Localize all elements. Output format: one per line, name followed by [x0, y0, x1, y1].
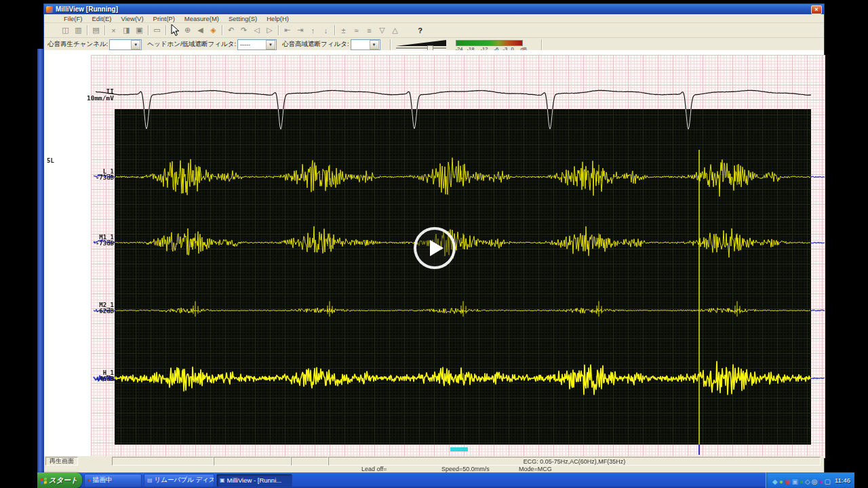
headphone-filter-select[interactable]: ----- ▼	[237, 39, 277, 50]
page-icon[interactable]: ▤	[90, 24, 102, 36]
tray-icon-5[interactable]: ●	[800, 478, 804, 485]
playback-channel-select[interactable]: ▼	[109, 39, 142, 50]
tray-icon-6[interactable]: ◇	[805, 478, 810, 485]
taskbar: スタート ●描画中▤リムーバブル ディスク (F:)▣MilliView - […	[37, 472, 854, 488]
headphone-filter-value: -----	[238, 41, 265, 48]
status-bar-lower: Lead off= Speed=50.0mm/s Mode=MCG	[44, 466, 824, 472]
toolbar-separator	[334, 25, 335, 35]
taskbar-clock: 11:46	[835, 476, 850, 484]
menu-item-2[interactable]: Edit(E)	[87, 15, 116, 22]
chevron-down-icon[interactable]: ▼	[131, 40, 140, 49]
tray-icon-4[interactable]: ▣	[791, 478, 797, 485]
menu-item-3[interactable]: View(V)	[117, 15, 149, 22]
volume-slider[interactable]	[395, 39, 449, 51]
waveform-canvas[interactable]	[91, 55, 825, 458]
taskbar-item-icon: ▣	[220, 477, 225, 483]
toolbar-separator	[87, 25, 87, 35]
tray-icon-2[interactable]: ●	[779, 478, 783, 485]
waveform-area: II 10mm/mV 5L L_1-73dBM1_1-73dBM2_1-62dB…	[44, 50, 824, 456]
mouse-cursor	[171, 24, 180, 37]
db-gradient-bar	[456, 40, 523, 46]
grid-icon[interactable]: ≡	[363, 24, 376, 36]
speaker-icon[interactable]: ◀	[194, 24, 207, 36]
status-box	[214, 457, 291, 466]
measure-icon[interactable]: ±	[337, 24, 350, 36]
milliview-window: MilliView [Running] × File(F)Edit(E)View…	[43, 3, 825, 472]
window-titlebar[interactable]: MilliView [Running] ×	[44, 4, 824, 14]
open-icon[interactable]: ◫	[59, 24, 72, 36]
up-icon[interactable]: ↑	[307, 24, 319, 36]
status-bar-upper: 再生画面 ECG: 0.05-75Hz,AC(60Hz),MF(35Hz)	[44, 456, 824, 466]
highcut-filter-label: 心音高域遮断フィルタ:	[282, 40, 349, 49]
status-ecg-box: ECG: 0.05-75Hz,AC(60Hz),MF(35Hz)	[328, 457, 821, 466]
system-tray: ◆●◉▣●◇◎●▢ 11:46	[766, 472, 854, 488]
copy-icon[interactable]: ◨	[120, 24, 133, 36]
taskbar-item-3[interactable]: ▣MilliView - [Runni...	[216, 474, 292, 487]
status-playback-box: 再生画面	[45, 457, 78, 466]
taskbar-items: ●描画中▤リムーバブル ディスク (F:)▣MilliView - [Runni…	[82, 474, 292, 487]
menu-bar: File(F)Edit(E)View(V)Print(P)Measure(M)S…	[44, 14, 824, 23]
db-meter: -24-18-12-6-30dB	[456, 39, 537, 51]
menu-item-1[interactable]: File(F)	[59, 15, 87, 22]
taskbar-item-label: MilliView - [Runni...	[227, 476, 282, 484]
divider	[541, 39, 542, 50]
ecg-settings-text: ECG: 0.05-75Hz,AC(60Hz),MF(35Hz)	[524, 458, 626, 465]
window-title: MilliView [Running]	[56, 5, 118, 13]
next-icon[interactable]: ▷	[263, 24, 276, 36]
tray-icon-8[interactable]: ●	[818, 478, 823, 485]
start-button[interactable]: スタート	[37, 472, 82, 488]
tray-icon-9[interactable]: ▢	[824, 478, 830, 485]
divider	[390, 39, 391, 50]
forward-icon[interactable]: ⇥	[294, 24, 307, 36]
tray-icon-7[interactable]: ◎	[812, 478, 818, 485]
desktop: MilliView [Running] × File(F)Edit(E)View…	[0, 0, 868, 488]
lead-off-text: Lead off=	[361, 466, 387, 472]
speed-text: Speed=50.0mm/s	[441, 466, 490, 472]
down-icon[interactable]: ↓	[319, 24, 332, 36]
print-icon[interactable]: ▭	[151, 24, 163, 36]
cut-icon[interactable]: ×	[107, 24, 120, 36]
toolbar-separator	[222, 25, 222, 35]
filter-bar: 心音再生チャンネル: ▼ ヘッドホン/低域遮断フィルタ: ----- ▼ 心音高…	[44, 38, 824, 52]
menu-item-6[interactable]: Setting(S)	[224, 15, 262, 22]
marker-icon[interactable]: ▽	[376, 24, 389, 36]
chevron-down-icon[interactable]: ▼	[370, 40, 379, 49]
taskbar-item-icon: ▤	[147, 477, 153, 483]
mute-icon[interactable]: ◈	[207, 24, 220, 36]
mode-text: Mode=MCG	[519, 466, 552, 472]
redo-icon[interactable]: ↷	[237, 24, 250, 36]
wave-icon[interactable]: ≈	[350, 24, 363, 36]
playback-channel-label: 心音再生チャンネル:	[47, 40, 108, 49]
taskbar-item-1[interactable]: ●描画中	[84, 474, 142, 487]
menu-item-5[interactable]: Measure(M)	[180, 15, 224, 22]
undo-icon[interactable]: ↶	[224, 24, 237, 36]
headphone-filter-label: ヘッドホン/低域遮断フィルタ:	[147, 40, 236, 49]
side-label: 5L	[47, 157, 54, 164]
playback-screen-label: 再生画面	[50, 457, 74, 466]
tray-icon-3[interactable]: ◉	[785, 478, 791, 485]
chevron-down-icon[interactable]: ▼	[266, 40, 275, 49]
close-button[interactable]: ×	[811, 5, 822, 14]
highcut-filter-select[interactable]: ▼	[351, 39, 380, 50]
video-play-button[interactable]	[414, 227, 456, 269]
rewind-icon[interactable]: ⇤	[281, 24, 294, 36]
taskbar-item-2[interactable]: ▤リムーバブル ディスク (F:)	[144, 474, 214, 487]
taskbar-item-label: 描画中	[93, 476, 113, 485]
taskbar-item-label: リムーバブル ディスク (F:)	[155, 476, 214, 485]
menu-item-4[interactable]: Print(P)	[149, 15, 180, 22]
taskbar-item-icon: ●	[87, 477, 91, 483]
paste-icon[interactable]: ▣	[133, 24, 146, 36]
tray-icon-1[interactable]: ◆	[772, 478, 778, 485]
volume-slider-track[interactable]	[396, 47, 446, 49]
status-box	[112, 457, 214, 466]
save-icon[interactable]: ▥	[72, 24, 85, 36]
help-icon[interactable]: ?	[414, 24, 427, 36]
start-label: スタート	[49, 476, 78, 485]
flag-icon[interactable]: △	[389, 24, 401, 36]
volume-wedge-icon	[396, 40, 446, 46]
prev-icon[interactable]: ◁	[250, 24, 263, 36]
play-icon	[430, 240, 443, 256]
zoom-cursor-icon[interactable]: ⊕	[181, 24, 194, 36]
background-window-edge	[37, 49, 43, 472]
menu-item-7[interactable]: Help(H)	[262, 15, 294, 22]
